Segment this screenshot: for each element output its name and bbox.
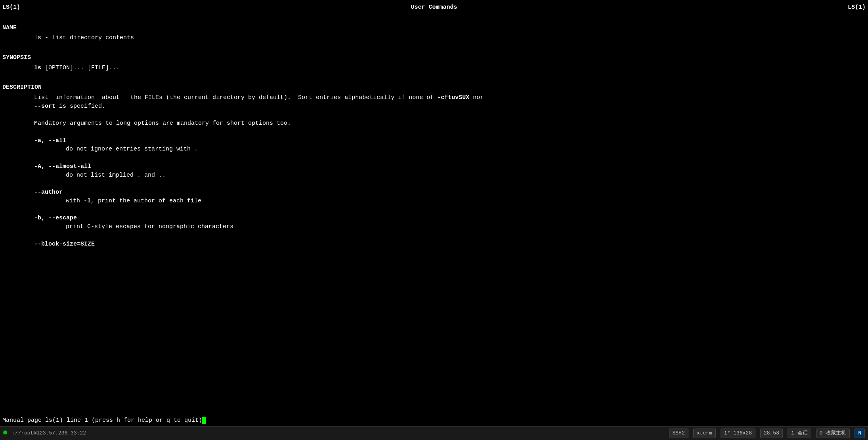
name-title: NAME	[2, 24, 866, 32]
synopsis-content: ls [OPTION]... [FILE]...	[2, 64, 866, 72]
name-content: ls - list directory contents	[2, 34, 866, 42]
opt-block-flag: --block-size=SIZE	[2, 240, 866, 249]
description-line1: List information about the FILEs (the cu…	[2, 93, 866, 102]
taskbar-right-area: SSH2 xterm 1* 136x28 28,58 1 会话 0 收藏主机 N	[669, 429, 865, 438]
header-right: LS(1)	[848, 3, 866, 12]
taskbar-favorites[interactable]: 0 收藏主机	[816, 429, 850, 438]
description-title: DESCRIPTION	[2, 83, 866, 92]
taskbar-position: 28,58	[760, 429, 783, 438]
status-bar: Manual page ls(1) line 1 (press h for he…	[0, 415, 868, 426]
taskbar-path-text: ://root@123.57.236.33:22	[12, 430, 86, 436]
taskbar: ://root@123.57.236.33:22 SSH2 xterm 1* 1…	[0, 426, 868, 440]
taskbar-ssh[interactable]: SSH2	[669, 429, 688, 438]
synopsis-section: SYNOPSIS ls [OPTION]... [FILE]...	[2, 53, 866, 72]
opt-b-desc: print C-style escapes for nongraphic cha…	[2, 223, 866, 231]
connection-indicator	[3, 430, 7, 434]
opt-author-flag: --author	[2, 188, 866, 197]
opt-a-desc: do not ignore entries starting with .	[2, 145, 866, 154]
description-line3: Mandatory arguments to long options are …	[2, 119, 866, 128]
opt-a-flag: -a, --all	[2, 137, 866, 145]
description-line2: --sort is specified.	[2, 102, 866, 111]
synopsis-title: SYNOPSIS	[2, 53, 866, 62]
opt-A-desc: do not list implied . and ..	[2, 171, 866, 180]
header-left: LS(1)	[2, 3, 20, 12]
taskbar-size: 1* 136x28	[721, 429, 755, 438]
main-content: LS(1) User Commands LS(1) NAME ls - list…	[0, 0, 868, 416]
header-center: User Commands	[411, 3, 457, 12]
taskbar-xterm[interactable]: xterm	[693, 429, 716, 438]
taskbar-path: ://root@123.57.236.33:22	[3, 430, 669, 437]
man-page-header: LS(1) User Commands LS(1)	[2, 3, 866, 12]
opt-A-flag: -A, --almost-all	[2, 162, 866, 171]
name-section: NAME ls - list directory contents	[2, 24, 866, 43]
opt-author-desc: with -l, print the author of each file	[2, 197, 866, 206]
cursor	[202, 417, 206, 424]
opt-b-flag: -b, --escape	[2, 214, 866, 223]
status-bar-text: Manual page ls(1) line 1 (press h for he…	[2, 416, 202, 425]
taskbar-status: N	[855, 429, 865, 438]
description-section: DESCRIPTION List information about the F…	[2, 83, 866, 248]
taskbar-session[interactable]: 1 会话	[788, 429, 811, 438]
